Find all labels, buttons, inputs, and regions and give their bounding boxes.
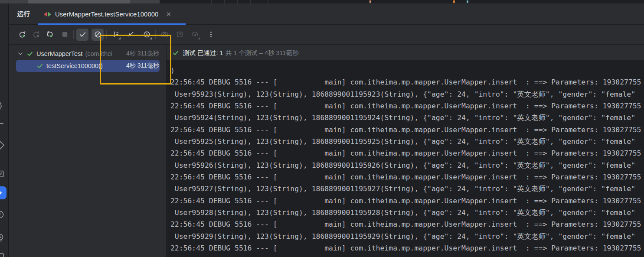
- commit-icon[interactable]: [0, 101, 5, 111]
- editor-guide-tick: [268, 0, 268, 3]
- run-panel-tab-bar: 运行 UserMapperTest.testService100000 ✕: [9, 3, 644, 25]
- console-line: User95926(String), 123(String), 18688990…: [170, 159, 644, 171]
- test-class-package: (com.ithei: [85, 50, 112, 57]
- terminal-icon[interactable]: [0, 252, 5, 257]
- code-fragment: [467, 0, 468, 3]
- tab-usermappertest[interactable]: UserMapperTest.testService100000 ✕: [38, 3, 186, 25]
- pull-requests-icon[interactable]: [0, 121, 5, 131]
- test-passed-icon: [26, 50, 33, 57]
- junit-test-icon: [44, 12, 51, 17]
- console-line: 22:56:45 DEBUG 5516 --- [ main] com.ithe…: [170, 171, 644, 183]
- scrollbar-track: [0, 0, 28, 3]
- test-tree: UserMapperTest (com.ithei 4秒 311毫秒 testS…: [9, 46, 167, 257]
- scrollbar-track: [130, 0, 160, 3]
- close-icon[interactable]: ✕: [166, 10, 171, 18]
- editor-guide-tick: [211, 0, 212, 3]
- code-fragment: [369, 0, 371, 3]
- test-class-name: UserMapperTest: [36, 50, 82, 57]
- test-history-clock-icon[interactable]: [141, 29, 153, 41]
- console-line: User95928(String), 123(String), 18688990…: [170, 207, 644, 218]
- console-line: 22:56:45 DEBUG 5516 --- [ main] com.ithe…: [170, 76, 644, 88]
- console-log[interactable]: )22:56:45 DEBUG 5516 --- [ main] com.ith…: [167, 61, 644, 257]
- console-line: User95927(String), 123(String), 18688990…: [170, 183, 644, 195]
- ide-run-tool-window: 运行 UserMapperTest.testService100000 ✕: [0, 0, 644, 257]
- run-toolbar: [9, 25, 644, 45]
- test-duration: 4秒 311毫秒: [126, 62, 159, 70]
- rerun-failed-icon[interactable]: [30, 29, 42, 41]
- editor-guide-tick: [237, 0, 238, 3]
- rerun-auto-icon[interactable]: [44, 29, 56, 41]
- scroll-to-end-icon[interactable]: [125, 29, 137, 41]
- console-line: 22:56:45 DEBUG 5516 --- [ main] com.ithe…: [170, 218, 644, 230]
- toolbar-separator: [106, 30, 107, 39]
- editor-guide-tick: [224, 0, 225, 3]
- open-in-editor-icon[interactable]: [173, 29, 186, 41]
- console-line: 22:56:45 DEBUG 5516 --- [ main] com.ithe…: [170, 195, 644, 207]
- console-line: User95925(String), 123(String), 18688990…: [170, 136, 644, 147]
- console-line: 22:56:45 DEBUG 5516 --- [ main] com.ithe…: [170, 124, 644, 136]
- console-line: ): [170, 65, 644, 76]
- console-line: User95923(String), 123(String), 18688990…: [170, 88, 644, 100]
- rerun-icon[interactable]: [16, 29, 28, 41]
- console-line: 22:56:45 DEBUG 5516 --- [ main] com.ithe…: [170, 242, 644, 254]
- toolbar-separator: [73, 30, 74, 39]
- test-passed-icon: [36, 62, 43, 69]
- services-icon[interactable]: [0, 140, 5, 150]
- console-pane: 测试 已通过: 1 共 1 个测试 – 4秒 311毫秒 )22:56:45 D…: [167, 46, 644, 257]
- show-ignored-icon[interactable]: [92, 29, 104, 41]
- tool-window-stripe: [0, 3, 9, 257]
- editor-guide-tick: [250, 0, 251, 3]
- tool-window-title: 运行: [17, 10, 30, 18]
- console-line: 22:56:45 DEBUG 5516 --- [ main] com.ithe…: [170, 147, 644, 159]
- editor-bottom-edge: [0, 0, 644, 3]
- build-icon[interactable]: [0, 169, 5, 179]
- test-duration: 4秒 311毫秒: [126, 50, 159, 58]
- show-passed-check-icon[interactable]: [76, 29, 88, 41]
- summary-total-text: 共 1 个测试 – 4秒 311毫秒: [226, 49, 299, 57]
- code-fragment: [453, 0, 455, 3]
- sort-by-duration-icon[interactable]: [109, 29, 121, 41]
- test-method-name: testService100000(): [46, 62, 103, 69]
- tab-title: UserMapperTest.testService100000: [55, 10, 158, 18]
- summary-passed-text: 测试 已通过: 1: [183, 49, 223, 57]
- test-summary-bar: 测试 已通过: 1 共 1 个测试 – 4秒 311毫秒: [167, 46, 644, 61]
- run-panel-content: UserMapperTest (com.ithei 4秒 311毫秒 testS…: [9, 46, 644, 257]
- run-panel: 运行 UserMapperTest.testService100000 ✕: [9, 3, 644, 257]
- run-tool-window-button-active[interactable]: [0, 186, 7, 199]
- more-vertical-dots-icon[interactable]: [205, 29, 217, 41]
- test-passed-icon: [172, 49, 179, 56]
- snapshot-camera-icon[interactable]: [158, 29, 170, 41]
- stop-icon[interactable]: [59, 29, 71, 41]
- tree-row-testservice100000[interactable]: testService100000() 4秒 311毫秒: [9, 60, 166, 72]
- problems-icon[interactable]: [0, 210, 5, 219]
- console-line: 22:56:45 DEBUG 5516 --- [ main] com.ithe…: [170, 100, 644, 112]
- profiler-gauge-icon[interactable]: [189, 29, 201, 41]
- profiler-icon[interactable]: [0, 233, 5, 242]
- console-line: User95929(String), 123(String), 18688990…: [170, 231, 644, 242]
- tree-row-usermappertest[interactable]: UserMapperTest (com.ithei 4秒 311毫秒: [9, 48, 166, 60]
- toolbar-separator: [155, 30, 156, 39]
- chevron-down-icon[interactable]: [17, 50, 24, 57]
- console-line: User95924(String), 123(String), 18688990…: [170, 112, 644, 124]
- scrollbar-thumb[interactable]: [28, 0, 130, 3]
